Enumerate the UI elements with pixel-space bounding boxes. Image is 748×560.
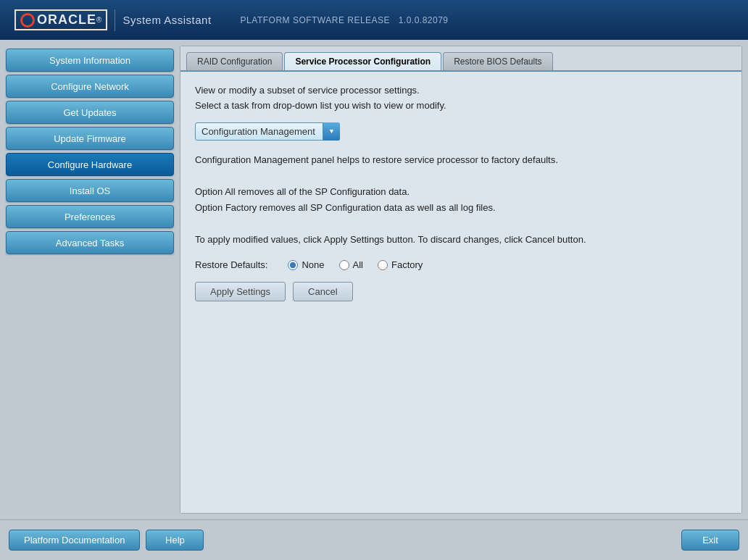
description-line1: View or modify a subset of service proce… [195, 85, 420, 96]
oracle-o-icon [20, 13, 35, 28]
radio-factory-label[interactable]: Factory [391, 259, 423, 270]
radio-option-factory[interactable]: Factory [378, 259, 423, 270]
app-title: System Assistant [122, 14, 211, 26]
content-panel: RAID Configuration Service Processor Con… [180, 46, 742, 514]
sidebar-item-update-firmware[interactable]: Update Firmware [6, 127, 174, 150]
sidebar: System Information Configure Network Get… [6, 46, 174, 514]
info-line1: Configuration Management panel helps to … [195, 152, 727, 168]
radio-all-label[interactable]: All [353, 259, 363, 270]
sidebar-item-get-updates[interactable]: Get Updates [6, 101, 174, 124]
info-line-spacer1 [195, 168, 727, 184]
cancel-button[interactable]: Cancel [293, 282, 352, 301]
radio-none-label[interactable]: None [302, 259, 324, 270]
release-version: 1.0.0.82079 [399, 15, 449, 25]
main-layout: System Information Configure Network Get… [0, 40, 748, 519]
exit-button[interactable]: Exit [681, 530, 739, 551]
tab-content-area: View or modify a subset of service proce… [180, 70, 741, 513]
release-label: PLATFORM SOFTWARE RELEASE [241, 15, 391, 25]
sidebar-item-install-os[interactable]: Install OS [6, 179, 174, 202]
restore-defaults-label: Restore Defaults: [195, 259, 267, 270]
radio-option-all[interactable]: All [339, 259, 363, 270]
sidebar-spacer [6, 257, 174, 514]
info-line4: Option Factory removes all SP Configurat… [195, 200, 727, 216]
sidebar-item-advanced-tasks[interactable]: Advanced Tasks [6, 231, 174, 254]
description-block: View or modify a subset of service proce… [195, 83, 727, 114]
tab-raid-configuration[interactable]: RAID Configuration [186, 52, 283, 70]
oracle-registered: ® [96, 16, 101, 24]
release-info: PLATFORM SOFTWARE RELEASE 1.0.0.82079 [241, 15, 449, 25]
tab-restore-bios-defaults[interactable]: Restore BIOS Defaults [443, 52, 552, 70]
configuration-management-dropdown[interactable]: Configuration Management [195, 122, 340, 141]
radio-all-input[interactable] [339, 260, 349, 270]
oracle-logo-box: ORACLE ® [14, 9, 107, 30]
header: ORACLE ® System Assistant PLATFORM SOFTW… [0, 0, 748, 40]
sidebar-item-configure-network[interactable]: Configure Network [6, 75, 174, 98]
dropdown-wrapper: Configuration Management [195, 122, 340, 141]
dropdown-container: Configuration Management [195, 122, 727, 141]
tab-bar: RAID Configuration Service Processor Con… [180, 46, 741, 70]
help-button[interactable]: Help [146, 530, 204, 551]
radio-factory-input[interactable] [378, 260, 388, 270]
header-divider [115, 9, 115, 31]
restore-defaults-group: Restore Defaults: None All Factory [195, 259, 727, 270]
action-buttons: Apply Settings Cancel [195, 282, 727, 301]
sidebar-item-preferences[interactable]: Preferences [6, 205, 174, 228]
info-line3: Option All removes all of the SP Configu… [195, 184, 727, 200]
info-line6: To apply modified values, click Apply Se… [195, 232, 727, 248]
oracle-text: ORACLE [37, 12, 96, 28]
oracle-logo: ORACLE ® System Assistant [14, 9, 212, 31]
sidebar-item-system-information[interactable]: System Information [6, 49, 174, 72]
info-block: Configuration Management panel helps to … [195, 152, 727, 248]
info-line-spacer2 [195, 216, 727, 232]
platform-documentation-button[interactable]: Platform Documentation [9, 530, 140, 551]
radio-none-input[interactable] [288, 260, 298, 270]
sidebar-item-configure-hardware[interactable]: Configure Hardware [6, 153, 174, 176]
description-line2: Select a task from drop-down list you wi… [195, 100, 446, 111]
footer: Platform Documentation Help Exit [0, 519, 748, 560]
radio-option-none[interactable]: None [288, 259, 324, 270]
apply-settings-button[interactable]: Apply Settings [195, 282, 286, 301]
tab-service-processor-configuration[interactable]: Service Processor Configuration [284, 52, 441, 70]
